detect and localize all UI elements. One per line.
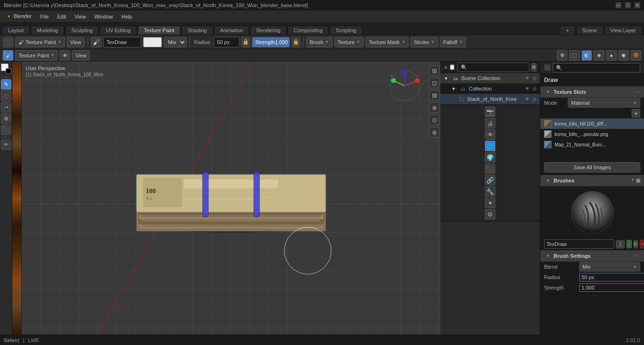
brush-settings-title[interactable]: ▼ Brush Settings ⋯ [540, 250, 644, 262]
menu-blender[interactable]: 🔸 Blender [2, 12, 36, 20]
texture-btn[interactable]: Texture ▼ [334, 37, 364, 47]
close-button[interactable]: ✕ [635, 2, 640, 8]
strength-bar[interactable]: Strength 1.000 [252, 37, 290, 47]
eye-btn[interactable]: 👁 [60, 50, 70, 61]
minimize-button[interactable]: — [616, 2, 621, 8]
stroke-btn[interactable]: Stroke ▼ [411, 37, 438, 47]
tab-animation[interactable]: Animation [214, 26, 250, 35]
tab-uv-editing[interactable]: UV Editing [100, 26, 137, 35]
coll-select-icon[interactable]: ◎ [531, 85, 538, 92]
prop-icon-output[interactable]: 🖨 [485, 118, 495, 128]
prop-icon-modifier[interactable]: 🔧 [485, 186, 495, 197]
strength-lock-btn[interactable]: 🔒 [292, 37, 300, 47]
tab-layout[interactable]: Layout [2, 26, 30, 35]
texture-slots-title[interactable]: ▼ Texture Slots ⋯ [540, 86, 644, 98]
shading-mat-btn[interactable]: ◉ [618, 50, 629, 61]
overlay-btn[interactable]: ⬚ [569, 50, 580, 61]
coll-visibility-icon[interactable]: 👁 [524, 85, 530, 92]
prop-icon-obj[interactable]: ⬛ [485, 163, 495, 174]
brush-btn[interactable]: Brush ▼ [306, 37, 332, 47]
texture-slot-diff[interactable]: korea_bills_NK100_diff... [540, 118, 644, 129]
tab-scene[interactable]: Scene [576, 26, 603, 35]
obj-visibility-icon[interactable]: 👁 [524, 96, 530, 102]
shading-wire-btn[interactable]: ◈ [594, 50, 604, 61]
view-sub-btn[interactable]: View [72, 50, 90, 61]
menu-view[interactable]: View [71, 13, 90, 20]
clone-tool[interactable]: ⊕ [1, 113, 11, 124]
menu-file[interactable]: File [36, 13, 53, 20]
window-controls[interactable]: — □ ✕ [616, 2, 640, 8]
brush-name-input[interactable] [103, 37, 141, 47]
prop-icon-physics[interactable]: ⚙ [485, 209, 495, 219]
prop-icon-world[interactable]: 🌍 [485, 152, 495, 163]
draw-tool[interactable]: ✎ [1, 79, 11, 90]
tab-texture-paint[interactable]: Texture Paint [138, 26, 180, 35]
ts-dots[interactable]: ⋯ [634, 88, 640, 96]
tab-scripting[interactable]: Scripting [330, 26, 362, 35]
save-all-btn[interactable]: Save All Images [544, 162, 640, 172]
radius-lock-btn[interactable]: 🔒 [242, 37, 250, 47]
texture-slot-norm[interactable]: Map_21_Normal_Bum... [540, 139, 644, 150]
texture-mask-btn[interactable]: Texture Mask ▼ [366, 37, 409, 47]
money-stack-object[interactable]: 100 조선 [117, 132, 345, 237]
tab-view-layer[interactable]: View Layer [604, 26, 642, 35]
obj-select-icon[interactable]: ◎ [531, 96, 538, 102]
bs-dots[interactable]: ⋯ [634, 252, 640, 260]
tab-sculpting[interactable]: Sculpting [65, 26, 99, 35]
prop-icon-view[interactable]: 👁 [485, 129, 495, 140]
paint-icon[interactable]: 🖌 [3, 50, 13, 61]
texture-paint-label-btn[interactable]: Texture Paint ▼ [15, 50, 58, 61]
smear-tool[interactable]: ⇢ [1, 102, 11, 112]
soften-tool[interactable]: ◌ [1, 91, 11, 101]
collection-item[interactable]: ▼ 🗂 Collection 👁 ◎ [440, 83, 540, 94]
color-swatch[interactable] [143, 37, 162, 47]
brush-copy-btn[interactable]: ⎘ [634, 240, 638, 248]
tab-add[interactable]: + [560, 26, 575, 35]
menu-window[interactable]: Window [90, 13, 116, 20]
vp-icon-6[interactable]: ⊕ [429, 127, 439, 137]
mode-icon-btn[interactable]: ⬛ [3, 37, 13, 47]
outliner-filter-btn[interactable]: ⚙ [531, 63, 537, 72]
blend-value-btn[interactable]: Mix ▼ [579, 262, 640, 272]
texture-slot-spec[interactable]: korea_bills_...pecular.png [540, 129, 644, 139]
tab-modeling[interactable]: Modeling [31, 26, 64, 35]
prop-icon-scene[interactable]: 🌐 [485, 141, 495, 151]
brushes-add-btn[interactable]: ⊞ [636, 178, 640, 184]
visibility-icon[interactable]: 👁 [524, 75, 530, 82]
shading-render-btn[interactable]: 🔆 [631, 50, 641, 61]
viewport[interactable]: User Perspective (1) Stack_of_North_Kore… [22, 62, 440, 335]
brush-icon-btn[interactable]: 🖌 [91, 37, 101, 47]
fill-tool[interactable]: ⬛ [1, 125, 11, 135]
select-icon[interactable]: ◎ [531, 75, 538, 82]
maximize-button[interactable]: □ [625, 2, 631, 8]
vp-icon-5[interactable]: ⊙ [429, 115, 439, 125]
shading-btn[interactable]: ◐ [581, 50, 592, 61]
radius-field[interactable] [580, 274, 644, 280]
radius-input[interactable] [214, 37, 240, 47]
mode-select-btn[interactable]: Material ▼ [568, 98, 640, 108]
tab-shading[interactable]: Shading [181, 26, 213, 35]
tab-rendering[interactable]: Rendering [250, 26, 286, 35]
prop-icon-particles[interactable]: ✦ [485, 198, 495, 208]
menu-help[interactable]: Help [117, 13, 136, 20]
prop-icon-constraint[interactable]: 🔗 [485, 175, 495, 185]
tab-compositing[interactable]: Compositing [287, 26, 329, 35]
blend-select[interactable]: Mix [164, 37, 187, 47]
object-item[interactable]: ⬛ Stack_of_North_Kore 👁 ◎ [440, 94, 540, 104]
brush-delete-btn[interactable]: ✕ [640, 240, 644, 248]
vp-icon-4[interactable]: ⊗ [429, 102, 439, 113]
strength-field[interactable] [580, 285, 644, 291]
texture-paint-mode[interactable]: 🖌 Texture Paint ▼ [15, 37, 65, 47]
annotate-tool[interactable]: ✏ [1, 139, 11, 150]
prop-icon-render[interactable]: 📷 [485, 107, 495, 117]
nav-gizmo[interactable]: X Y Z [386, 67, 423, 104]
falloff-btn[interactable]: Falloff ▼ [440, 37, 466, 47]
props-search-input[interactable] [553, 63, 640, 73]
outliner-search[interactable] [457, 63, 529, 72]
shading-solid-btn[interactable]: ● [606, 50, 617, 61]
vp-icon-2[interactable]: ⊡ [429, 78, 439, 88]
vp-icon-1[interactable]: ⊞ [429, 65, 439, 76]
fg-color[interactable] [1, 64, 11, 74]
gizmo-btn[interactable]: ⊕ [557, 50, 567, 61]
brushes-expand[interactable]: ▼ [631, 178, 635, 184]
